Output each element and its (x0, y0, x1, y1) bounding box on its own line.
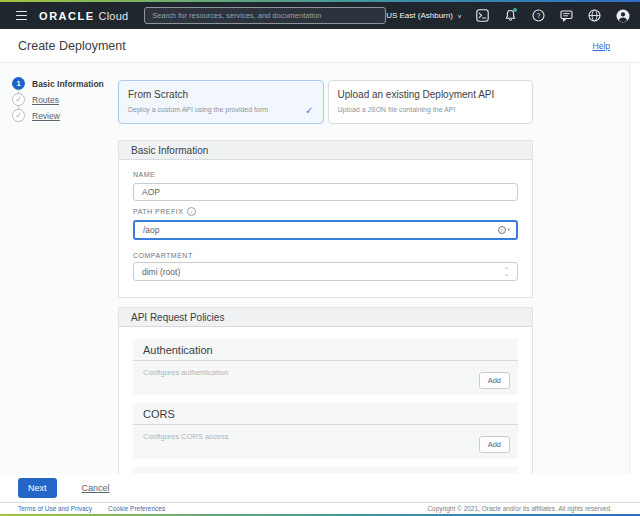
help-link[interactable]: Help (593, 41, 610, 51)
help-icon[interactable]: ? (531, 8, 546, 23)
name-label: NAME (133, 171, 518, 178)
step-basic-information: 1 Basic Information (12, 77, 104, 90)
compartment-select[interactable]: dimi (root) ⌃⌄ (133, 262, 518, 281)
content-area: 1 Basic Information ✓ Routes ✓ Review Fr… (0, 63, 640, 474)
policy-description: Configures authentication (143, 368, 228, 377)
global-search-input[interactable] (144, 7, 386, 24)
logo-primary: ORACLE (39, 10, 94, 22)
cloud-shell-icon[interactable] (475, 8, 490, 23)
step-connector (18, 89, 19, 94)
compartment-label: COMPARTMENT (133, 252, 518, 259)
page-header: Create Deployment Help (0, 29, 640, 63)
check-icon: ✓ (15, 96, 22, 104)
svg-text:?: ? (537, 12, 541, 19)
basic-information-panel: Basic Information NAME PATH PREFIX i ☺∨ (118, 140, 533, 298)
oracle-cloud-logo: ORACLE Cloud (39, 10, 128, 22)
path-prefix-input[interactable] (133, 220, 518, 240)
add-cors-button[interactable]: Add (479, 436, 510, 453)
api-request-policies-section-header: API Request Policies (119, 308, 532, 327)
card-from-scratch[interactable]: From Scratch Deploy a custom API using t… (118, 80, 324, 124)
page-title: Create Deployment (18, 39, 126, 53)
copyright-text: Copyright © 2021, Oracle and/or its affi… (427, 505, 612, 512)
step-label: Basic Information (32, 79, 104, 89)
step-review[interactable]: ✓ Review (12, 109, 104, 122)
policy-description: Configures CORS access (143, 432, 228, 441)
name-input[interactable] (133, 183, 518, 201)
main-column: From Scratch Deploy a custom API using t… (118, 80, 533, 474)
terms-link[interactable]: Terms of Use and Privacy (18, 505, 92, 512)
step-label: Review (32, 111, 60, 121)
basic-information-section-header: Basic Information (119, 141, 532, 160)
chevron-down-icon: ∨ (457, 12, 462, 18)
card-upload-existing[interactable]: Upload an existing Deployment API Upload… (328, 80, 534, 124)
autofill-contact-icon[interactable]: ☺∨ (498, 226, 511, 234)
topbar: ORACLE Cloud US East (Ashburn) ∨ ? (0, 2, 640, 29)
step-routes[interactable]: ✓ Routes (12, 93, 104, 106)
policy-cors: CORS Configures CORS access Add (133, 403, 518, 459)
wizard-action-bar: Next Cancel (0, 474, 640, 502)
policy-authentication: Authentication Configures authentication… (133, 339, 518, 395)
policy-title: Rate Limiting (133, 467, 518, 474)
notifications-bell-icon[interactable] (503, 8, 518, 23)
step-circle: ✓ (12, 109, 25, 122)
window-accent-top (0, 0, 640, 2)
policy-title: Authentication (133, 339, 518, 361)
select-stepper-icon: ⌃⌄ (504, 268, 509, 276)
card-title: From Scratch (128, 89, 314, 100)
check-icon: ✓ (15, 112, 22, 120)
card-subtitle: Upload a JSON file containing the API (338, 106, 524, 113)
creation-mode-cards: From Scratch Deploy a custom API using t… (118, 80, 533, 124)
policy-rate-limiting: Rate Limiting Configures rate limiting (133, 467, 518, 474)
card-title: Upload an existing Deployment API (338, 89, 524, 100)
selected-check-icon: ✓ (305, 105, 313, 116)
hamburger-menu-icon[interactable] (16, 11, 27, 21)
notification-dot (513, 8, 517, 12)
info-icon[interactable]: i (187, 207, 196, 216)
wizard-steps: 1 Basic Information ✓ Routes ✓ Review (12, 77, 104, 125)
scrollbar-track[interactable] (629, 63, 640, 474)
api-request-policies-panel: API Request Policies Authentication Conf… (118, 307, 533, 474)
step-label: Routes (32, 95, 59, 105)
feedback-chat-icon[interactable] (559, 8, 574, 23)
card-subtitle: Deploy a custom API using the provided f… (128, 106, 314, 113)
region-selector[interactable]: US East (Ashburn) ∨ (386, 11, 462, 20)
language-globe-icon[interactable] (587, 8, 602, 23)
path-prefix-label: PATH PREFIX i (133, 207, 518, 216)
user-avatar-icon[interactable] (615, 8, 630, 23)
logo-secondary: Cloud (99, 10, 129, 22)
next-button[interactable]: Next (18, 478, 57, 498)
step-connector (18, 105, 19, 110)
cookie-preferences-link[interactable]: Cookie Preferences (108, 505, 165, 512)
compartment-value: dimi (root) (142, 267, 180, 277)
region-label: US East (Ashburn) (386, 11, 453, 20)
policy-title: CORS (133, 403, 518, 425)
cancel-link[interactable]: Cancel (82, 483, 110, 493)
add-authentication-button[interactable]: Add (479, 372, 510, 389)
